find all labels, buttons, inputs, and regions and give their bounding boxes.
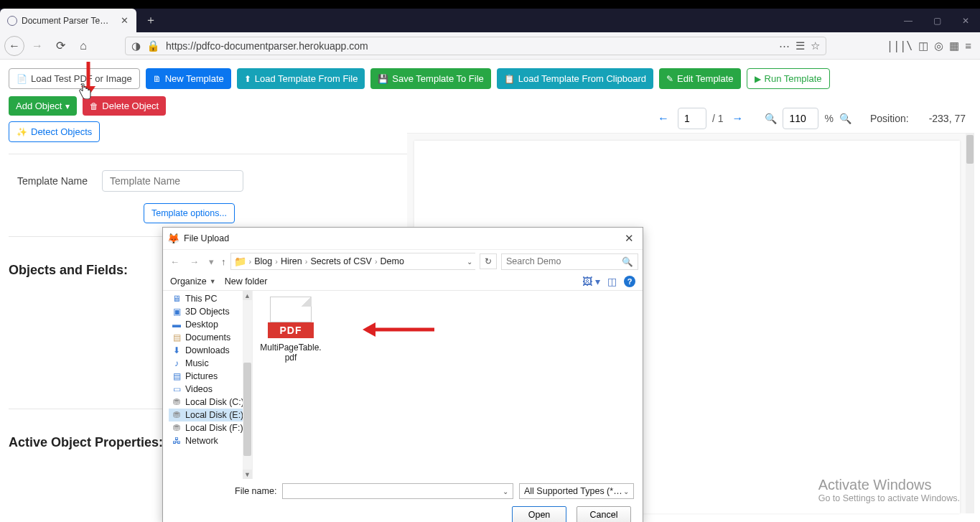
organize-button[interactable]: Organize ▼ <box>170 276 216 286</box>
breadcrumb-item[interactable]: Secrets of CSV <box>310 256 371 266</box>
url-bar[interactable]: ◑ 🔒 https://pdfco-documentparser.herokua… <box>125 37 826 55</box>
scroll-thumb[interactable] <box>243 363 251 456</box>
add-object-button[interactable]: Add Object ▾ <box>9 96 77 116</box>
tree-scrollbar[interactable]: ▲ ▼ <box>243 291 252 479</box>
save-template-file-button[interactable]: 💾 Save Template To File <box>370 68 490 89</box>
new-template-button[interactable]: 🗎 New Template <box>146 68 231 89</box>
tree-item[interactable]: ⛃Local Disk (F:) <box>169 421 252 434</box>
scroll-down-icon[interactable]: ▼ <box>243 470 252 479</box>
detect-objects-button[interactable]: ✨ Detect Objects <box>9 121 100 142</box>
view-details-icon[interactable]: ◫ <box>607 276 617 287</box>
cancel-button[interactable]: Cancel <box>577 506 631 522</box>
file-list-pane[interactable]: PDF MultiPageTable.pdf <box>253 291 643 479</box>
scrollbar-thumb[interactable] <box>966 135 974 164</box>
breadcrumb[interactable]: 📁 › Blog › Hiren › Secrets of CSV › Demo… <box>230 253 476 270</box>
shield-icon: ◑ <box>131 39 141 52</box>
template-options-button[interactable]: Template options... <box>144 203 235 223</box>
breadcrumb-item[interactable]: Demo <box>381 256 404 266</box>
account-icon[interactable]: ◎ <box>934 39 943 52</box>
menu-icon[interactable]: ≡ <box>965 39 971 52</box>
pencil-icon: ✎ <box>666 74 673 84</box>
tree-item[interactable]: ♪Music <box>169 357 252 370</box>
tree-item[interactable]: ⛃Local Disk (C:) <box>169 396 252 409</box>
tree-item-label: 3D Objects <box>185 307 230 317</box>
watermark-sub: Go to Settings to activate Windows. <box>818 493 960 503</box>
tree-item[interactable]: ▤Pictures <box>169 370 252 383</box>
new-folder-button[interactable]: New folder <box>225 276 268 286</box>
breadcrumb-item[interactable]: Hiren <box>281 256 302 266</box>
file-item[interactable]: PDF MultiPageTable.pdf <box>260 297 322 363</box>
nav-home-icon[interactable]: ⌂ <box>73 36 93 56</box>
grid-icon[interactable]: ▦ <box>949 39 959 52</box>
tree-item-label: Local Disk (C:) <box>185 397 244 407</box>
template-name-input[interactable] <box>102 170 243 192</box>
zoom-in-icon[interactable]: 🔍 <box>839 113 851 124</box>
edit-template-button[interactable]: ✎ Edit Template <box>659 68 741 89</box>
dialog-search-input[interactable]: 🔍 <box>501 253 638 270</box>
tree-item[interactable]: 🖧Network <box>169 434 252 447</box>
tab-close-icon[interactable]: ✕ <box>119 16 129 26</box>
bookmark-star-icon[interactable]: ☆ <box>811 39 820 52</box>
page-prev-icon[interactable]: ← <box>655 112 672 125</box>
zoom-input[interactable] <box>783 108 818 129</box>
tree-item-label: Downloads <box>185 345 230 355</box>
browser-tab[interactable]: Document Parser Template Ed ✕ <box>0 9 136 32</box>
nav-forward-icon[interactable]: → <box>27 36 47 56</box>
dialog-up-icon[interactable]: ↑ <box>221 256 226 267</box>
tree-item[interactable]: ▭Videos <box>169 383 252 396</box>
load-test-pdf-button[interactable]: 📄 Load Test PDF or Image <box>9 68 140 89</box>
new-tab-button[interactable]: ＋ <box>141 9 161 32</box>
window-close-icon[interactable]: ✕ <box>951 16 980 26</box>
open-button[interactable]: Open <box>512 506 566 522</box>
page-next-icon[interactable]: → <box>729 112 746 125</box>
ellipsis-icon[interactable]: ⋯ <box>779 39 790 52</box>
zoom-out-icon[interactable]: 🔍 <box>765 113 777 124</box>
position-label: Position: <box>870 113 909 124</box>
window-minimize-icon[interactable]: — <box>894 16 923 26</box>
tree-item-icon: ▤ <box>172 332 182 342</box>
file-upload-dialog: 🦊 File Upload ✕ ← → ▾ ↑ 📁 › Blog › Hiren… <box>162 227 643 522</box>
window-maximize-icon[interactable]: ▢ <box>923 16 951 26</box>
load-template-clipboard-button[interactable]: 📋 Load Template From Clipboard <box>497 68 653 89</box>
filetype-select[interactable]: All Supported Types (*.pdf;*.jpg ⌄ <box>519 483 634 499</box>
filename-dropdown-icon[interactable]: ⌄ <box>503 488 508 495</box>
view-thumbnails-icon[interactable]: 🖼 ▾ <box>582 276 600 287</box>
dialog-forward-icon[interactable]: → <box>187 256 202 267</box>
lock-icon: 🔒 <box>146 39 160 52</box>
pdf-file-icon: PDF <box>270 297 312 338</box>
tree-item-icon: ⛃ <box>172 423 182 433</box>
search-field[interactable] <box>506 256 619 266</box>
nav-back-icon[interactable]: ← <box>4 36 24 56</box>
dialog-recent-icon[interactable]: ▾ <box>206 256 217 267</box>
load-template-file-button[interactable]: ⬆ Load Template From File <box>237 68 365 89</box>
tree-item[interactable]: ⬇Downloads <box>169 344 252 357</box>
browser-tabstrip: Document Parser Template Ed ✕ ＋ <box>0 9 980 32</box>
scroll-up-icon[interactable]: ▲ <box>243 291 252 300</box>
breadcrumb-item[interactable]: Blog <box>254 256 272 266</box>
page-number-input[interactable] <box>678 108 706 129</box>
help-icon[interactable]: ? <box>624 276 635 287</box>
tree-item[interactable]: ▣3D Objects <box>169 305 252 318</box>
nav-reload-icon[interactable]: ⟳ <box>50 36 70 56</box>
tree-item[interactable]: ⛃Local Disk (E:) <box>169 409 252 421</box>
dialog-back-icon[interactable]: ← <box>167 256 182 267</box>
tree-item[interactable]: 🖥This PC <box>169 292 252 305</box>
filetype-caret-icon: ⌄ <box>623 488 629 495</box>
library-icon[interactable]: |||\ <box>887 39 913 52</box>
delete-object-button[interactable]: 🗑 Delete Object <box>83 96 166 116</box>
load-template-file-label: Load Template From File <box>255 73 358 84</box>
dialog-close-icon[interactable]: ✕ <box>620 230 638 246</box>
tree-item[interactable]: ▬Desktop <box>169 318 252 331</box>
trash-icon: 🗑 <box>90 101 98 111</box>
breadcrumb-dropdown-icon[interactable]: ⌄ <box>462 258 472 266</box>
tree-item[interactable]: ▤Documents <box>169 331 252 344</box>
reader-icon[interactable]: ☰ <box>795 39 805 52</box>
vertical-scrollbar[interactable] <box>966 134 974 513</box>
sidebar-toggle-icon[interactable]: ◫ <box>918 39 928 52</box>
refresh-icon[interactable]: ↻ <box>480 253 497 269</box>
filename-input[interactable] <box>287 486 503 496</box>
run-template-button[interactable]: ▶ Run Template <box>747 68 830 89</box>
tree-item-label: Network <box>185 436 218 446</box>
file-icon: 📄 <box>17 74 27 84</box>
dialog-toolbar: Organize ▼ New folder 🖼 ▾ ◫ ? <box>163 273 643 291</box>
